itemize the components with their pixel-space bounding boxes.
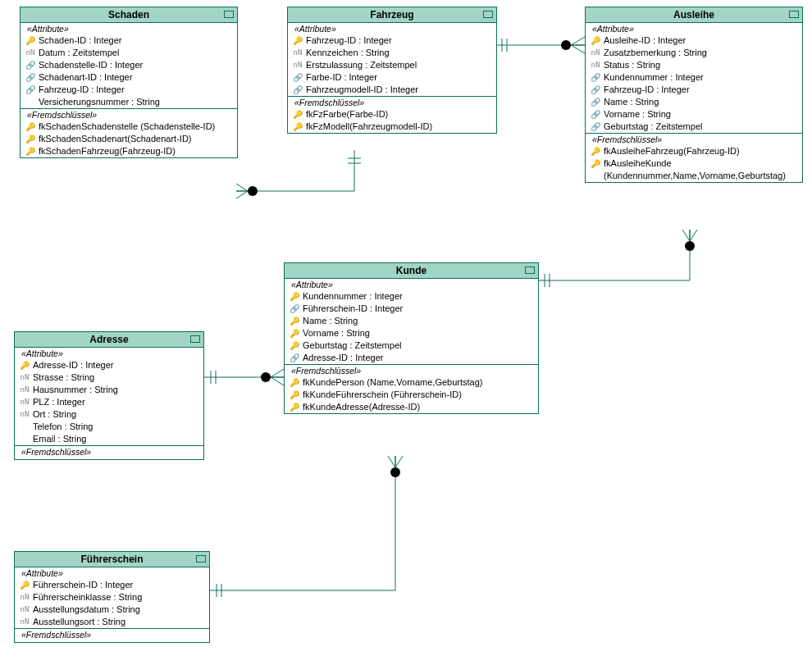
attribute-text: Name : String <box>602 96 799 108</box>
entity-schaden[interactable]: Schaden «Attribute» 🔑Schaden-ID : Intege… <box>20 7 238 158</box>
link-icon: 🔗 <box>24 71 37 84</box>
link-icon: 🔗 <box>24 59 37 71</box>
attribute-text: Schadenart-ID : Integer <box>37 71 234 84</box>
pk-key-icon: 🔑 <box>288 315 301 327</box>
svg-point-13 <box>685 241 695 251</box>
not-null-icon: nN <box>24 47 37 59</box>
attribute-text: Ausleihe-ID : Integer <box>602 34 799 47</box>
attribute-row: nNHausnummer : String <box>15 384 203 396</box>
fk-section-label: «Fremdschlüssel» <box>15 629 209 640</box>
svg-line-23 <box>271 369 284 377</box>
link-icon: 🔗 <box>291 71 304 84</box>
entity-title: Fahrzeug <box>370 9 413 20</box>
entity-fuehrerschein[interactable]: Führerschein «Attribute» 🔑Führerschein-I… <box>14 551 210 643</box>
fk-key-icon: 🔑 <box>291 121 304 133</box>
attribute-text: fkKundeAdresse(Adresse-ID) <box>301 401 535 413</box>
attribute-text: Führerschein-ID : Integer <box>301 303 535 315</box>
attribute-row: 🔑Ausleihe-ID : Integer <box>586 34 802 47</box>
entity-title: Adresse <box>89 334 128 345</box>
attribute-section-label: «Attribute» <box>15 348 203 359</box>
pk-key-icon: 🔑 <box>18 579 31 591</box>
attribute-text: Datum : Zeitstempel <box>37 47 234 59</box>
entity-header: Fahrzeug <box>288 7 496 23</box>
not-null-icon: nN <box>589 59 602 71</box>
link-icon: 🔗 <box>288 303 301 315</box>
link-icon: 🔗 <box>24 84 37 96</box>
collapse-icon[interactable] <box>224 11 234 18</box>
attribute-row: Telefon : String <box>15 421 203 433</box>
attribute-row: nNStrasse : String <box>15 371 203 384</box>
attribute-text: Ausstellungsdatum : String <box>31 604 206 616</box>
svg-line-9 <box>236 191 248 198</box>
attribute-row: 🔑Fahrzeug-ID : Integer <box>288 34 496 47</box>
entity-title: Ausleihe <box>673 9 714 20</box>
fk-key-icon: 🔑 <box>589 145 602 157</box>
entity-ausleihe[interactable]: Ausleihe «Attribute» 🔑Ausleihe-ID : Inte… <box>585 7 803 183</box>
attribute-section-label: «Attribute» <box>15 567 209 579</box>
attribute-row: 🔗Kundennummer : Integer <box>586 71 802 84</box>
attribute-row: 🔗Fahrzeugmodell-ID : Integer <box>288 84 496 96</box>
attribute-text: Adresse-ID : Integer <box>31 359 200 371</box>
attribute-text: Email : String <box>31 433 200 445</box>
entity-fahrzeug[interactable]: Fahrzeug «Attribute» 🔑Fahrzeug-ID : Inte… <box>287 7 497 134</box>
fk-key-icon: 🔑 <box>288 401 301 413</box>
attribute-list: 🔑Fahrzeug-ID : IntegernNKennzeichen : St… <box>288 34 496 96</box>
not-null-icon: nN <box>18 591 31 604</box>
attribute-row: 🔑fkFzModell(Fahrzeugmodell-ID) <box>288 121 496 133</box>
pk-key-icon: 🔑 <box>589 34 602 47</box>
entity-kunde[interactable]: Kunde «Attribute» 🔑Kundennummer : Intege… <box>284 262 539 414</box>
attribute-row: 🔗Führerschein-ID : Integer <box>285 303 538 315</box>
attribute-row: nNErstzulassung : Zeitstempel <box>288 59 496 71</box>
attribute-row: 🔑fkKundeFührerschein (Führerschein-ID) <box>285 389 538 401</box>
attribute-text: Kennzeichen : String <box>304 47 493 59</box>
attribute-text: Versicherungsnummer : String <box>37 96 234 108</box>
svg-line-29 <box>388 456 395 467</box>
attribute-text: fkSchadenSchadenstelle (Schadenstelle-ID… <box>37 121 234 133</box>
attribute-section-label: «Attribute» <box>288 23 496 34</box>
pk-key-icon: 🔑 <box>18 359 31 371</box>
attribute-text: Zusatzbemerkung : String <box>602 47 799 59</box>
fk-section-label: «Fremdschlüssel» <box>586 134 802 145</box>
fk-section-label: «Fremdschlüssel» <box>21 109 237 121</box>
attribute-row: 🔑Führerschein-ID : Integer <box>15 579 209 591</box>
attribute-text: Telefon : String <box>31 421 200 433</box>
entity-adresse[interactable]: Adresse «Attribute» 🔑Adresse-ID : Intege… <box>14 331 204 460</box>
attribute-row: 🔑fkSchadenSchadenart(Schadenart-ID) <box>21 133 237 145</box>
fk-key-icon: 🔑 <box>291 108 304 121</box>
collapse-icon[interactable] <box>190 335 200 343</box>
fk-list: 🔑fkSchadenSchadenstelle (Schadenstelle-I… <box>21 121 237 157</box>
attribute-row: 🔗Name : String <box>586 96 802 108</box>
attribute-text: Schaden-ID : Integer <box>37 34 234 47</box>
attribute-text: PLZ : Integer <box>31 396 200 408</box>
fk-list: 🔑fkFzFarbe(Farbe-ID)🔑fkFzModell(Fahrzeug… <box>288 108 496 133</box>
svg-point-22 <box>261 372 271 382</box>
attribute-text: Strasse : String <box>31 371 200 384</box>
attribute-row: 🔑fkKundePerson (Name,Vorname,Geburtstag) <box>285 376 538 389</box>
link-icon: 🔗 <box>291 84 304 96</box>
attribute-row: nNOrt : String <box>15 408 203 421</box>
attribute-section-label: «Attribute» <box>285 279 538 290</box>
svg-line-14 <box>682 230 690 241</box>
pk-key-icon: 🔑 <box>288 339 301 352</box>
collapse-icon[interactable] <box>196 555 206 563</box>
collapse-icon[interactable] <box>483 11 493 18</box>
fk-section-label: «Fremdschlüssel» <box>15 446 203 458</box>
collapse-icon[interactable] <box>789 11 799 18</box>
attribute-row: 🔑fkAusleiheFahrzeug(Fahrzeug-ID) <box>586 145 802 157</box>
not-null-icon: nN <box>589 47 602 59</box>
collapse-icon[interactable] <box>525 266 535 274</box>
fk-list: 🔑fkKundePerson (Name,Vorname,Geburtstag)… <box>285 376 538 413</box>
svg-point-7 <box>248 186 258 196</box>
attribute-row: Versicherungsnummer : String <box>21 96 237 108</box>
link-icon: 🔗 <box>589 84 602 96</box>
attribute-row: 🔑fkSchadenFahrzeug(Fahrzeug-ID) <box>21 145 237 157</box>
attribute-text: Fahrzeugmodell-ID : Integer <box>304 84 493 96</box>
attribute-row: nNStatus : String <box>586 59 802 71</box>
attribute-text: fkAusleiheKunde (Kundennummer,Name,Vorna… <box>602 157 799 182</box>
fk-list: 🔑fkAusleiheFahrzeug(Fahrzeug-ID)🔑fkAusle… <box>586 145 802 182</box>
svg-line-5 <box>571 45 585 53</box>
entity-header: Führerschein <box>15 552 209 567</box>
not-null-icon: nN <box>18 408 31 421</box>
entity-title: Führerschein <box>80 554 143 565</box>
fk-key-icon: 🔑 <box>24 121 37 133</box>
